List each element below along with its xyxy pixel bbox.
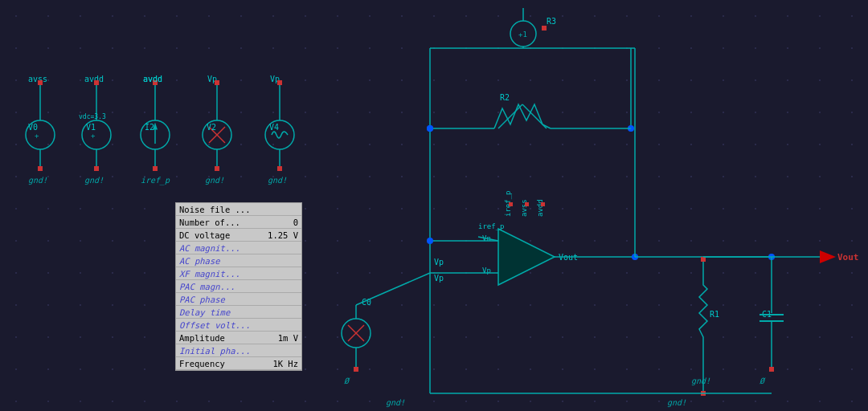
svg-text:V2: V2 xyxy=(207,123,216,132)
prop-row-dcvoltage: DC voltage 1.25 V xyxy=(176,229,301,242)
svg-text:R1: R1 xyxy=(710,310,719,319)
svg-text:gnd!: gnd! xyxy=(205,176,224,185)
svg-rect-36 xyxy=(215,166,219,171)
prop-row-acphase: AC phase xyxy=(176,254,301,267)
schematic-canvas: + gnd! avss V0 + gnd! avdd V1 vdc=3.3 ir… xyxy=(0,0,868,411)
prop-row-delaytime: Delay time xyxy=(176,306,301,319)
prop-row-noise: Noise file ... xyxy=(176,203,301,216)
svg-rect-25 xyxy=(153,166,158,171)
svg-rect-15 xyxy=(94,166,99,171)
properties-panel: Noise file ... Number of... 0 DC voltage… xyxy=(175,202,302,371)
prop-label-initialpha: Initial pha... xyxy=(179,346,251,356)
svg-marker-85 xyxy=(820,250,836,263)
prop-label-acphase: AC phase xyxy=(179,256,220,266)
prop-row-pacmagn: PAC magn... xyxy=(176,280,301,293)
prop-value-amplitude: 1m V xyxy=(278,333,298,343)
prop-label-pacmagn: PAC magn... xyxy=(179,282,235,291)
prop-label-offsetvolt: Offset volt... xyxy=(179,320,251,330)
svg-rect-18 xyxy=(94,80,99,85)
svg-text:V4: V4 xyxy=(269,123,279,132)
prop-value-number: 0 xyxy=(293,218,298,227)
svg-text:Vp: Vp xyxy=(434,258,444,267)
prop-row-offsetvolt: Offset volt... xyxy=(176,319,301,332)
svg-text:+: + xyxy=(91,132,96,140)
prop-label-delaytime: Delay time xyxy=(179,307,230,317)
svg-text:avss: avss xyxy=(520,199,528,217)
svg-text:V0: V0 xyxy=(28,123,38,132)
svg-text:Ø: Ø xyxy=(760,376,766,385)
svg-text:iref_p: iref_p xyxy=(478,222,505,230)
svg-text:Ø: Ø xyxy=(344,376,350,385)
prop-label-noise: Noise file ... xyxy=(179,205,251,214)
svg-line-119 xyxy=(356,273,430,305)
svg-rect-44 xyxy=(277,166,282,171)
svg-rect-80 xyxy=(541,202,545,206)
prop-row-pacphase: PAC phase xyxy=(176,293,301,306)
prop-label-frequency: Frequency xyxy=(179,359,225,368)
prop-label-amplitude: Amplitude xyxy=(179,333,225,343)
svg-rect-79 xyxy=(525,202,529,206)
prop-row-amplitude: Amplitude 1m V xyxy=(176,332,301,344)
svg-marker-66 xyxy=(498,229,555,285)
svg-point-65 xyxy=(427,125,433,132)
svg-text:R2: R2 xyxy=(500,93,510,102)
svg-rect-9 xyxy=(38,80,43,85)
svg-text:avdd: avdd xyxy=(143,75,162,83)
svg-point-71 xyxy=(427,238,433,244)
svg-rect-78 xyxy=(509,202,513,206)
svg-text:+: + xyxy=(35,132,39,140)
svg-text:+1: +1 xyxy=(518,31,527,39)
prop-row-number: Number of... 0 xyxy=(176,216,301,229)
svg-rect-94 xyxy=(701,257,706,262)
svg-text:Vp: Vp xyxy=(434,274,444,283)
svg-rect-39 xyxy=(215,80,219,85)
svg-text:gnd!: gnd! xyxy=(667,398,686,408)
svg-text:V1: V1 xyxy=(86,123,96,132)
prop-row-initialpha: Initial pha... xyxy=(176,344,301,357)
prop-value-frequency: 1K Hz xyxy=(272,359,298,368)
prop-label-number: Number of... xyxy=(179,218,240,227)
prop-label-dcvoltage: DC voltage xyxy=(179,230,230,240)
svg-text:gnd!: gnd! xyxy=(84,176,104,185)
prop-row-acmagnit: AC magnit... xyxy=(176,242,301,254)
svg-text:avdd: avdd xyxy=(536,199,544,217)
prop-value-dcvoltage: 1.25 V xyxy=(268,230,298,240)
svg-text:iref_p: iref_p xyxy=(141,176,170,185)
prop-row-xfmagnit: XF magnit... xyxy=(176,267,301,280)
prop-label-acmagnit: AC magnit... xyxy=(179,243,240,253)
prop-label-pacphase: PAC phase xyxy=(179,295,225,304)
prop-label-xfmagnit: XF magnit... xyxy=(179,269,240,279)
svg-text:I2: I2 xyxy=(145,123,154,132)
svg-text:gnd!: gnd! xyxy=(268,176,287,185)
svg-text:Vout: Vout xyxy=(837,252,859,262)
svg-rect-6 xyxy=(38,166,43,171)
svg-text:gnd!: gnd! xyxy=(28,176,47,185)
svg-rect-109 xyxy=(354,367,358,372)
svg-text:R3: R3 xyxy=(547,17,556,26)
svg-text:vdc=3.3: vdc=3.3 xyxy=(79,113,106,120)
svg-rect-55 xyxy=(542,26,547,31)
svg-text:gnd!: gnd! xyxy=(386,398,405,408)
svg-rect-47 xyxy=(277,80,282,85)
prop-row-frequency: Frequency 1K Hz xyxy=(176,357,301,370)
svg-rect-102 xyxy=(769,367,774,372)
svg-text:gnd!: gnd! xyxy=(691,376,710,386)
